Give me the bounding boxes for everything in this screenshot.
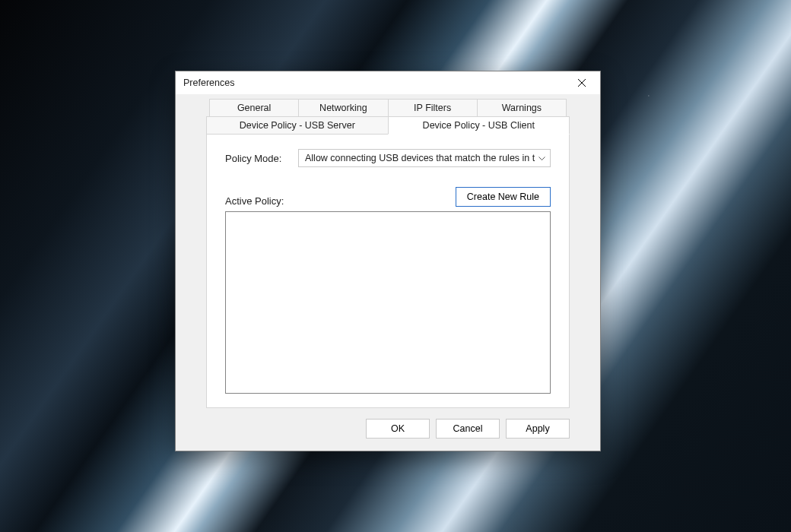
- tab-warnings[interactable]: Warnings: [477, 99, 567, 116]
- window-client-area: General Networking IP Filters Warnings D…: [176, 94, 600, 451]
- close-icon: [577, 78, 586, 87]
- cancel-button[interactable]: Cancel: [436, 419, 500, 439]
- desktop-background: Preferences General Networking IP Filter…: [0, 0, 791, 532]
- titlebar[interactable]: Preferences: [176, 71, 600, 94]
- tab-strip: General Networking IP Filters Warnings D…: [183, 99, 592, 135]
- active-policy-header-row: Active Policy: Create New Rule: [225, 187, 551, 207]
- dialog-footer: OK Cancel Apply: [183, 408, 592, 442]
- tabs-row-2: Device Policy - USB Server Device Policy…: [206, 116, 570, 135]
- create-new-rule-button[interactable]: Create New Rule: [456, 187, 551, 207]
- tab-ip-filters[interactable]: IP Filters: [388, 99, 478, 116]
- window-title: Preferences: [183, 78, 234, 88]
- tab-device-policy-usb-server[interactable]: Device Policy - USB Server: [206, 116, 389, 135]
- tab-device-policy-usb-client[interactable]: Device Policy - USB Client: [388, 116, 570, 135]
- tab-networking[interactable]: Networking: [298, 99, 388, 116]
- policy-mode-label: Policy Mode:: [225, 153, 287, 164]
- tab-panel: Policy Mode: Allow connecting USB device…: [206, 134, 570, 408]
- active-policy-label: Active Policy:: [225, 195, 284, 207]
- tabs-row-1: General Networking IP Filters Warnings: [209, 99, 567, 116]
- policy-mode-select[interactable]: Allow connecting USB devices that match …: [298, 149, 551, 167]
- chevron-down-icon: [538, 153, 545, 163]
- tab-general[interactable]: General: [209, 99, 299, 116]
- preferences-window: Preferences General Networking IP Filter…: [175, 71, 601, 451]
- apply-button[interactable]: Apply: [506, 419, 570, 439]
- close-button[interactable]: [567, 73, 597, 93]
- policy-mode-row: Policy Mode: Allow connecting USB device…: [225, 149, 551, 167]
- ok-button[interactable]: OK: [366, 419, 430, 439]
- policy-mode-value: Allow connecting USB devices that match …: [305, 153, 535, 163]
- active-policy-listbox[interactable]: [225, 211, 551, 394]
